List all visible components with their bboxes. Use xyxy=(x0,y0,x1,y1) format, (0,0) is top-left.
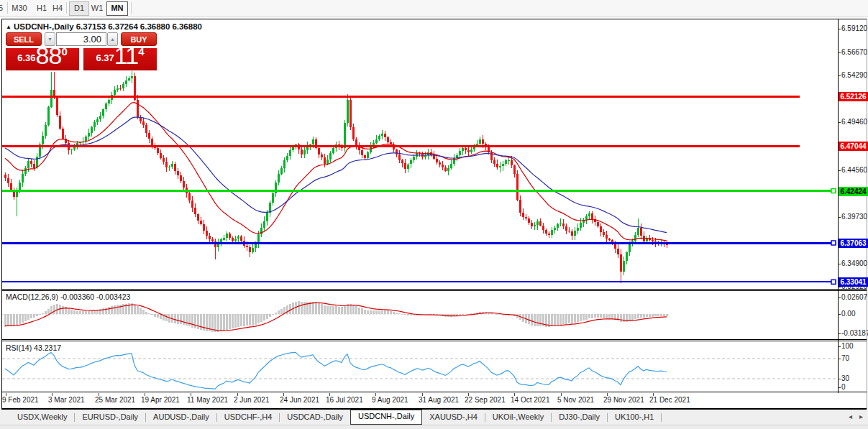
macd-histogram-bar xyxy=(465,314,467,315)
macd-histogram-bar xyxy=(557,314,559,326)
macd-histogram-bar xyxy=(137,306,139,314)
macd-histogram-bar xyxy=(246,314,248,326)
macd-histogram-bar xyxy=(191,314,193,328)
candle-body xyxy=(580,223,582,229)
candle-body xyxy=(117,88,119,91)
macd-histogram-bar xyxy=(398,313,401,314)
chart-tab-DJ30-Daily[interactable]: DJ30-,Daily xyxy=(552,410,607,424)
macd-histogram-bar xyxy=(493,314,495,315)
candle-body xyxy=(462,148,464,151)
chart-tab-USDCNH-Daily[interactable]: USDCNH-,Daily xyxy=(350,410,422,425)
candle-body xyxy=(206,231,208,236)
candle-body xyxy=(329,153,332,160)
candle-body xyxy=(608,239,611,240)
macd-histogram-bar xyxy=(646,314,648,317)
timeframe-button-H4[interactable]: H4 xyxy=(49,1,66,14)
candle-body xyxy=(364,155,366,158)
chart-tab-USDCHF-H4[interactable]: USDCHF-,H4 xyxy=(217,410,280,424)
candle-body xyxy=(496,164,498,168)
volume-input[interactable] xyxy=(56,32,106,46)
macd-histogram-bar xyxy=(407,314,409,315)
candle-body xyxy=(479,139,481,144)
pane-separator[interactable] xyxy=(1,289,867,290)
level-line-handle[interactable] xyxy=(831,280,836,284)
macd-histogram-bar xyxy=(33,314,35,318)
timeframe-button-D1[interactable]: D1 xyxy=(69,1,89,16)
price-tick-label: 6.59120 xyxy=(841,24,867,32)
price-tick-label: 6.34900 xyxy=(841,259,867,267)
candle-body xyxy=(396,149,398,154)
sell-price-display[interactable]: 6.36880 xyxy=(6,48,79,70)
chart-tab-UK100-H1[interactable]: UK100-,H1 xyxy=(608,410,661,424)
candle-body xyxy=(565,226,567,231)
candle-body xyxy=(539,221,542,226)
candle-body xyxy=(591,213,593,219)
macd-histogram-bar xyxy=(180,314,182,324)
macd-histogram-bar xyxy=(148,313,150,314)
tab-scroll-left-icon[interactable]: ◂ xyxy=(849,412,852,421)
date-label: 3 Mar 2021 xyxy=(48,396,85,404)
timeframe-button-M30[interactable]: M30 xyxy=(9,1,30,14)
volume-decrease-button[interactable]: ▼ xyxy=(45,32,55,46)
sell-price-prefix: 6.36 xyxy=(17,52,35,63)
chart-tab-XAUUSD-H4[interactable]: XAUUSD-,H4 xyxy=(422,410,485,424)
candle-body xyxy=(252,248,254,252)
macd-histogram-bar xyxy=(76,311,78,315)
timeframe-button-5[interactable]: 5 xyxy=(0,1,6,14)
macd-histogram-bar xyxy=(165,314,168,321)
macd-histogram-bar xyxy=(326,306,329,314)
level-line-handle[interactable] xyxy=(831,189,836,193)
chart-tab-USDX-Weekly[interactable]: USDX,Weekly xyxy=(10,410,74,424)
timeframe-button-H1[interactable]: H1 xyxy=(33,1,50,14)
macd-histogram-bar xyxy=(269,314,271,317)
candle-body xyxy=(4,175,6,178)
macd-histogram-bar xyxy=(459,314,461,315)
volume-increase-button[interactable]: ▲ xyxy=(107,32,118,46)
candle-body xyxy=(387,137,389,143)
level-line-handle[interactable] xyxy=(831,241,836,245)
macd-histogram-bar xyxy=(332,306,334,314)
candle-body xyxy=(85,137,87,141)
candle-body xyxy=(626,252,628,261)
collapse-triangle-icon[interactable]: ▲ xyxy=(6,24,12,30)
candle-body xyxy=(260,228,262,234)
chart-tab-AUDUSD-Daily[interactable]: AUDUSD-,Daily xyxy=(146,410,216,424)
timeframe-button-W1[interactable]: W1 xyxy=(88,1,106,14)
macd-histogram-bar xyxy=(352,305,355,314)
pane-separator[interactable] xyxy=(1,339,867,340)
macd-histogram-bar xyxy=(597,314,599,318)
macd-histogram-bar xyxy=(30,314,32,318)
buy-price-display[interactable]: 6.37114 xyxy=(83,48,157,70)
macd-histogram-bar xyxy=(338,307,340,314)
chart-tab-EURUSD-Daily[interactable]: EURUSD-,Daily xyxy=(75,410,145,424)
macd-axis-tick xyxy=(838,333,841,334)
candle-body xyxy=(266,213,268,221)
macd-histogram-bar xyxy=(82,311,84,314)
macd-histogram-bar xyxy=(70,310,73,314)
candle-body xyxy=(99,116,101,119)
candle-body xyxy=(22,174,24,183)
candle-body xyxy=(234,239,237,241)
timeframe-button-MN[interactable]: MN xyxy=(106,1,128,16)
macd-histogram-bar xyxy=(108,307,110,314)
chart-tab-UKOil-Weekly[interactable]: UKOil-,Weekly xyxy=(485,410,551,424)
macd-histogram-bar xyxy=(381,310,383,315)
macd-histogram-bar xyxy=(243,314,245,326)
macd-histogram-bar xyxy=(361,308,363,314)
sell-button[interactable]: SELL xyxy=(6,32,42,46)
candle-body xyxy=(465,148,467,149)
macd-histogram-bar xyxy=(663,314,665,316)
macd-histogram-bar xyxy=(606,314,608,318)
rsi-indicator-pane[interactable] xyxy=(2,341,838,392)
buy-button[interactable]: BUY xyxy=(121,32,157,46)
macd-histogram-bar xyxy=(531,314,533,326)
candle-body xyxy=(263,221,265,229)
chart-tab-USDCAD-Daily[interactable]: USDCAD-,Daily xyxy=(280,410,350,424)
macd-histogram-bar xyxy=(324,305,326,315)
tab-scroll-right-icon[interactable]: ▸ xyxy=(859,412,863,421)
macd-histogram-bar xyxy=(234,314,237,328)
candle-body xyxy=(439,162,441,165)
candle-body xyxy=(350,100,352,127)
macd-histogram-bar xyxy=(36,314,38,316)
candle-body xyxy=(128,78,130,80)
